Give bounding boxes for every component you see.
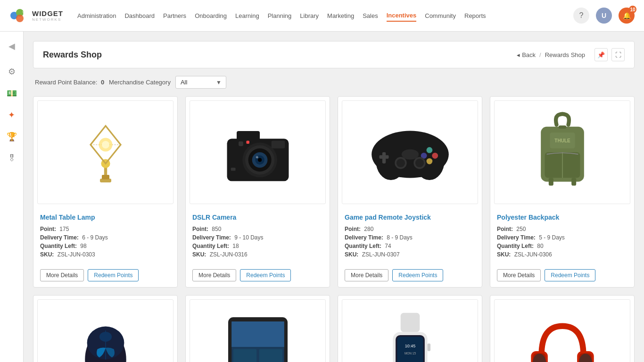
sku-value: ZSL-JUN-0307 xyxy=(360,251,399,258)
quantity-value: 80 xyxy=(536,243,544,249)
product-card: THULE Polyester Backpack Point: 250 Deli… xyxy=(490,96,635,288)
product-name[interactable]: Polyester Backpack xyxy=(497,214,627,221)
breadcrumb-back-link[interactable]: ◂ Back xyxy=(517,51,536,58)
product-point-row: Point: 250 xyxy=(497,226,627,232)
point-label: Point: xyxy=(192,226,208,232)
product-sku-row: SKU: ZSL-JUN-0316 xyxy=(192,251,323,258)
user-avatar-button[interactable]: U xyxy=(596,8,612,24)
product-actions: More Details Redeem Points xyxy=(497,264,627,281)
product-image-area xyxy=(342,100,478,204)
product-delivery-row: Delivery Time: 8 - 9 Days xyxy=(345,234,475,241)
product-point-row: Point: 175 xyxy=(40,226,171,232)
point-label: Point: xyxy=(497,226,513,232)
product-image-area: 10:45 MON 15 xyxy=(342,299,478,362)
logo-icon: W xyxy=(9,6,28,25)
svg-rect-70 xyxy=(427,344,430,351)
sidebar-item-finance[interactable]: 💵 xyxy=(2,83,22,103)
nav-link-community[interactable]: Community xyxy=(425,10,456,21)
sidebar-item-award[interactable]: 🎖 xyxy=(2,148,22,168)
top-navigation: W WIDGET NETWORKS AdministrationDashboar… xyxy=(0,0,644,32)
quantity-label: Quantity Left: xyxy=(345,243,381,249)
product-image-area xyxy=(37,100,173,204)
delivery-label: Delivery Time: xyxy=(497,234,536,241)
nav-link-marketing[interactable]: Marketing xyxy=(327,10,354,21)
category-filter-wrapper: All Electronics Home Clothing Sports ▼ xyxy=(175,76,226,89)
nav-link-partners[interactable]: Partners xyxy=(163,10,186,21)
product-sku-row: SKU: ZSL-JUN-0303 xyxy=(40,251,171,258)
nav-link-reports[interactable]: Reports xyxy=(464,10,486,21)
product-name[interactable]: DSLR Camera xyxy=(192,214,323,221)
breadcrumb-current: Rewards Shop xyxy=(545,51,585,58)
quantity-label: Quantity Left: xyxy=(192,243,229,249)
expand-button[interactable]: ⛶ xyxy=(611,48,625,61)
product-grid: Metal Table Lamp Point: 175 Delivery Tim… xyxy=(33,96,635,362)
redeem-points-button[interactable]: Redeem Points xyxy=(392,269,443,281)
product-card: 10:45 MON 15 Smart Watch Point: 400 Deli… xyxy=(338,295,482,362)
category-select[interactable]: All Electronics Home Clothing Sports xyxy=(175,76,226,89)
product-name[interactable]: Game pad Remote Joystick xyxy=(345,214,475,221)
product-card: Metal Table Lamp Point: 175 Delivery Tim… xyxy=(33,96,178,288)
nav-link-incentives[interactable]: Incentives xyxy=(387,10,417,22)
more-details-button[interactable]: More Details xyxy=(192,269,236,281)
main-content: Rewards Shop ◂ Back / Rewards Shop 📌 ⛶ xyxy=(24,32,644,362)
help-icon: ? xyxy=(579,11,584,20)
nav-link-sales[interactable]: Sales xyxy=(363,10,378,21)
app-layout: ◀ ⚙ 💵 ✦ 🏆 🎖 Rewards Shop ◂ Back / xyxy=(0,32,644,362)
product-point-row: Point: 280 xyxy=(345,226,475,232)
nav-link-administration[interactable]: Administration xyxy=(77,10,116,21)
product-card: DSLR Camera Point: 850 Delivery Time: 9 … xyxy=(185,96,330,288)
sku-value: ZSL-JUN-0306 xyxy=(512,251,552,258)
delivery-label: Delivery Time: xyxy=(192,234,231,241)
product-card: Game pad Remote Joystick Point: 280 Deli… xyxy=(338,96,482,288)
svg-rect-57 xyxy=(231,321,284,347)
notification-badge: 10 xyxy=(629,6,636,13)
sku-value: ZSL-JUN-0316 xyxy=(208,251,247,258)
product-image-area xyxy=(37,299,173,362)
nav-link-onboarding[interactable]: Onboarding xyxy=(195,10,227,21)
svg-rect-49 xyxy=(548,178,553,186)
bell-icon: 🔔 xyxy=(623,12,631,19)
redeem-points-button[interactable]: Redeem Points xyxy=(88,269,139,281)
more-details-button[interactable]: More Details xyxy=(345,269,388,281)
more-details-button[interactable]: More Details xyxy=(497,269,541,281)
product-quantity-row: Quantity Left: 74 xyxy=(345,243,475,249)
svg-text:THULE: THULE xyxy=(554,138,570,143)
svg-rect-63 xyxy=(400,313,420,332)
sidebar-item-settings[interactable]: ⚙ xyxy=(2,62,22,82)
product-delivery-row: Delivery Time: 5 - 9 Days xyxy=(497,234,627,241)
money-icon: 💵 xyxy=(7,88,17,99)
product-image-area xyxy=(494,299,630,362)
svg-point-24 xyxy=(256,156,258,158)
nav-link-dashboard[interactable]: Dashboard xyxy=(124,10,155,21)
product-image-area xyxy=(190,299,326,362)
sidebar-back-button[interactable]: ◀ xyxy=(2,36,22,56)
notification-button[interactable]: 🔔 10 xyxy=(619,8,635,24)
sku-label: SKU: xyxy=(40,251,54,258)
product-name[interactable]: Metal Table Lamp xyxy=(40,214,171,221)
sidebar-item-trophy[interactable]: 🏆 xyxy=(2,127,22,147)
logo-area[interactable]: W WIDGET NETWORKS xyxy=(9,6,63,25)
pin-icon: 📌 xyxy=(597,51,605,58)
svg-rect-17 xyxy=(237,131,260,140)
trophy-icon: 🏆 xyxy=(7,132,17,142)
nav-link-library[interactable]: Library xyxy=(300,10,319,21)
point-value: 850 xyxy=(210,226,221,232)
svg-point-35 xyxy=(432,153,438,159)
settings-icon: ⚙ xyxy=(8,66,16,77)
svg-text:10:45: 10:45 xyxy=(405,344,415,348)
help-button[interactable]: ? xyxy=(573,8,589,24)
svg-rect-25 xyxy=(271,140,285,148)
redeem-points-button[interactable]: Redeem Points xyxy=(545,269,595,281)
redeem-points-button[interactable]: Redeem Points xyxy=(240,269,291,281)
nav-link-planning[interactable]: Planning xyxy=(268,10,292,21)
filter-bar: Reward Point Balance: 0 Merchandise Cate… xyxy=(33,76,635,89)
more-details-button[interactable]: More Details xyxy=(40,269,84,281)
svg-point-42 xyxy=(415,159,423,167)
quantity-value: 98 xyxy=(79,243,87,249)
pin-button[interactable]: 📌 xyxy=(594,48,608,61)
nav-link-learning[interactable]: Learning xyxy=(235,10,259,21)
product-image-area: THULE xyxy=(494,100,630,204)
product-sku-row: SKU: ZSL-JUN-0307 xyxy=(345,251,475,258)
sidebar-item-incentives[interactable]: ✦ xyxy=(2,105,22,125)
delivery-label: Delivery Time: xyxy=(345,234,383,241)
